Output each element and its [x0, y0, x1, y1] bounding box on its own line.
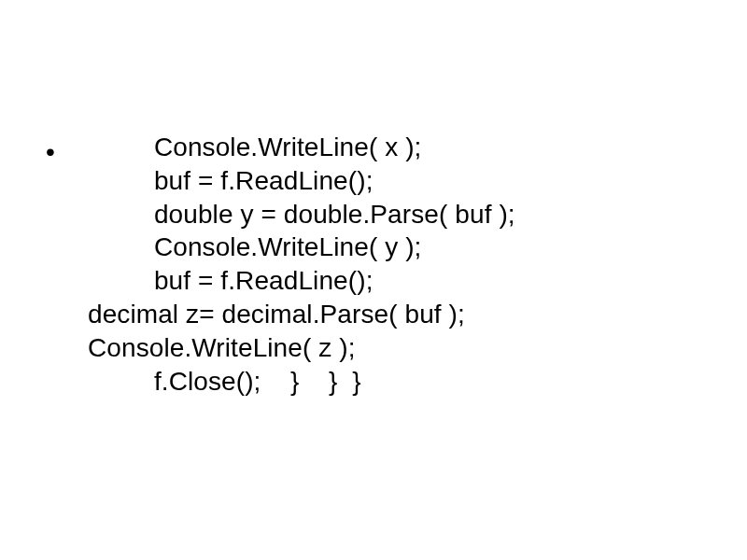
code-line: buf = f.ReadLine(); — [88, 266, 374, 295]
code-line: decimal z= decimal.Parse( buf ); — [88, 300, 465, 329]
bullet-marker: • — [46, 139, 55, 165]
code-line: Console.WriteLine( y ); — [88, 232, 421, 261]
code-line: f.Close(); } } } — [88, 367, 361, 396]
code-line: Console.WriteLine( x ); — [88, 133, 421, 161]
code-line: double y = double.Parse( buf ); — [88, 200, 515, 229]
code-line: Console.WriteLine( z ); — [88, 333, 356, 362]
slide: • Console.WriteLine( x ); buf = f.ReadLi… — [0, 0, 747, 560]
code-snippet: Console.WriteLine( x ); buf = f.ReadLine… — [88, 131, 515, 399]
code-line: buf = f.ReadLine(); — [88, 166, 374, 195]
